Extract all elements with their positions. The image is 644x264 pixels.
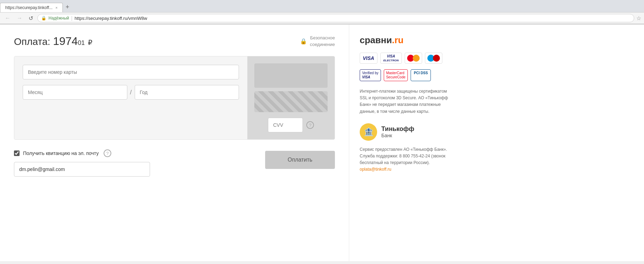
brand-logo: сравни.ru [360, 35, 450, 46]
pci-dss-badge: PCI DSS [411, 69, 431, 81]
card-visual-strip [254, 91, 328, 112]
browser-tab[interactable]: https://securepay.tinkoff... × [0, 3, 63, 12]
sidebar: сравни.ru VISA VISAELECTRON Verified by … [349, 24, 460, 261]
payment-currency: ₽ [88, 39, 92, 46]
payment-amount: 197401 [53, 35, 88, 47]
bottom-section: Получить квитанцию на эл. почту ? Оплати… [14, 149, 335, 177]
back-button[interactable]: ← [3, 14, 13, 22]
tab-label: https://securepay.tinkoff... [5, 5, 53, 10]
lock-icon: 🔒 [41, 16, 46, 21]
url-divider: | [71, 15, 73, 21]
receipt-checkbox[interactable] [14, 150, 20, 156]
payment-title: Оплата: 197401 ₽ [14, 35, 92, 48]
pay-button-wrapper: Оплатить [265, 149, 335, 169]
tinkoff-logo-icon: 🏦 [360, 123, 377, 141]
tinkoff-name-block: Тинькофф Банк [381, 125, 414, 138]
payment-main: Оплата: 197401 ₽ 🔒 Безопасноесоединение … [0, 24, 349, 261]
month-input[interactable] [23, 85, 127, 100]
secure-label: Надёжный [48, 16, 69, 21]
payment-icons: VISA VISAELECTRON [360, 53, 450, 64]
tinkoff-bank-sub: Банк [381, 133, 414, 138]
tinkoff-section: 🏦 Тинькофф Банк [360, 123, 450, 141]
security-icons: Verified by VISA MasterCard SecureCode P… [360, 69, 450, 81]
secure-badge-text: Безопасноесоединение [310, 35, 335, 47]
date-separator: / [130, 89, 132, 96]
email-input[interactable] [14, 162, 150, 177]
card-visual: ? [247, 56, 335, 139]
card-form-left: / [14, 56, 247, 139]
address-text: https://securepay.tinkoff.ru/vmnW8w [75, 16, 630, 21]
card-number-input[interactable] [23, 65, 239, 79]
receipt-help-icon[interactable]: ? [104, 149, 111, 157]
verified-visa-badge: Verified by VISA [360, 69, 381, 81]
secure-lock-icon: 🔒 [300, 38, 307, 45]
year-input[interactable] [135, 85, 239, 100]
refresh-button[interactable]: ↺ [27, 14, 35, 22]
brand-tld: .ru [392, 35, 403, 45]
address-bar[interactable]: 🔒 Надёжный | https://securepay.tinkoff.r… [37, 14, 634, 22]
left-section: Получить квитанцию на эл. почту ? [14, 149, 257, 177]
browser-chrome: https://securepay.tinkoff... × + ← → ↺ 🔒… [0, 0, 644, 24]
page-content: Оплата: 197401 ₽ 🔒 Безопасноесоединение … [0, 24, 644, 261]
tinkoff-bank-name: Тинькофф [381, 125, 414, 133]
bookmark-button[interactable]: ☆ [636, 15, 641, 22]
new-tab-button[interactable]: + [63, 2, 72, 12]
date-row: / [23, 85, 239, 100]
forward-button[interactable]: → [15, 14, 24, 22]
tinkoff-info: Сервис предоставлен АО «Тинькофф Банк». … [360, 146, 450, 173]
brand-name: сравни [360, 35, 392, 45]
secure-badge: 🔒 Безопасноесоединение [300, 35, 335, 47]
mc-securecode-badge: MasterCard SecureCode [384, 69, 408, 81]
card-visual-top [254, 63, 328, 88]
tinkoff-email-link[interactable]: oplata@tinkoff.ru [360, 167, 391, 172]
card-form-wrapper: / ? [14, 56, 335, 140]
visa-classic-icon: VISA [360, 53, 377, 64]
maestro-icon [425, 53, 442, 64]
receipt-label: Получить квитанцию на эл. почту [23, 150, 99, 156]
tab-close-button[interactable]: × [55, 6, 58, 10]
cvv-input[interactable] [268, 118, 303, 132]
receipt-row: Получить квитанцию на эл. почту ? [14, 149, 257, 157]
nav-bar: ← → ↺ 🔒 Надёжный | https://securepay.tin… [0, 12, 644, 24]
payment-title-prefix: Оплата: [14, 36, 50, 47]
tab-bar: https://securepay.tinkoff... × + [0, 0, 644, 12]
cvv-help-icon[interactable]: ? [306, 121, 314, 129]
pay-button[interactable]: Оплатить [265, 151, 335, 169]
mastercard-icon [405, 53, 422, 64]
visa-electron-icon: VISAELECTRON [380, 53, 402, 64]
cvv-row: ? [268, 118, 314, 132]
payment-header: Оплата: 197401 ₽ 🔒 Безопасноесоединение [14, 35, 335, 48]
security-text: Интернет-платежи защищены сертификатом S… [360, 88, 450, 115]
